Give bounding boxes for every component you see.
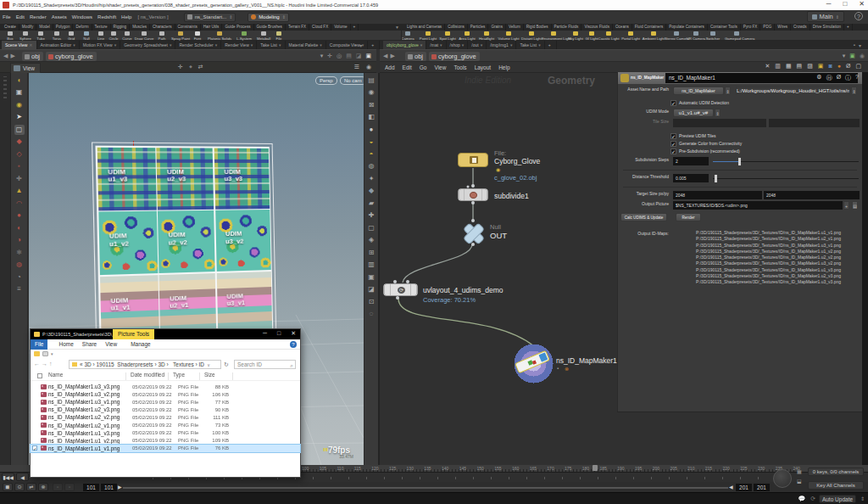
viewport-tool-icon[interactable]: ◉ [14, 100, 25, 110]
persp-selector[interactable]: Persp [315, 76, 337, 85]
pane-tab[interactable]: Geometry Spreadsheet▾ [120, 41, 175, 49]
shelf-tab[interactable]: PDG [760, 24, 775, 31]
pane-tab[interactable]: Render Scheduler▾ [175, 41, 221, 49]
shelf-tab[interactable]: Hair Utils [201, 24, 223, 31]
shelf-tab[interactable]: Polygon [53, 24, 74, 31]
file-chooser-icon[interactable]: ▤ [852, 201, 858, 210]
viewport-view-tab[interactable]: View [10, 63, 41, 73]
file-row[interactable]: ✓ ns_ID_MapMaker1.u3_v3.png 05/02/2019 0… [31, 383, 300, 390]
display-option-icon[interactable]: ◒ [366, 137, 376, 147]
pathbar-left-icons[interactable]: ▾✛◎▤◪▣ [320, 53, 371, 59]
display-option-icon[interactable]: ◌ [366, 309, 376, 319]
viewport-tool-icon[interactable]: ◔ [14, 272, 25, 283]
asset-name-dropdown[interactable]: ns_ID_MapMaker [673, 87, 724, 95]
shelf-tab[interactable]: + [351, 24, 359, 31]
display-option-icon[interactable]: ✚ [366, 210, 376, 221]
viewport-tool-icon[interactable]: ▪ [14, 161, 25, 171]
auto-udim-checkbox[interactable]: ✓ [670, 100, 676, 106]
shelf-tool[interactable]: Ambient Light [642, 31, 665, 41]
playbar-option-icon2[interactable]: ⊙ [14, 483, 25, 491]
shelf-tab[interactable]: Modify [19, 24, 37, 31]
path-root-crumb[interactable]: obj [22, 52, 43, 61]
pane-tab[interactable]: /mat▾ [426, 41, 446, 49]
network-menu-item[interactable]: Tools [453, 64, 466, 70]
file-node-label[interactable]: Cyborg_Glove [494, 157, 540, 165]
explorer-nav-arrows[interactable]: ←→↑ [34, 361, 54, 367]
display-option-icon[interactable]: ● [366, 125, 376, 135]
pane-tab[interactable]: + [545, 41, 557, 49]
picture-tools-tab[interactable]: Picture Tools [113, 329, 154, 339]
shelf-tab[interactable]: Oceans [613, 24, 632, 31]
viewport-tool-icon[interactable]: ➤ [14, 112, 25, 122]
network-menu-item[interactable]: Add [385, 64, 395, 70]
menu-redshift[interactable]: Redshift [95, 14, 119, 20]
file-row[interactable]: ✓ ns_ID_MapMaker1.u2_v2.png 05/02/2019 0… [31, 413, 300, 421]
pane-tab[interactable]: /out▾ [468, 41, 487, 49]
shelf-tab[interactable]: Collisions [445, 24, 468, 31]
null-node[interactable] [463, 222, 483, 243]
display-option-icon[interactable]: ▤ [366, 76, 376, 86]
file-row[interactable]: ✓ ns_ID_MapMaker1.u1_v1.png 05/02/2019 0… [31, 445, 300, 452]
nav-back-icon[interactable]: ◀▶ [3, 53, 18, 59]
pathbar-right-icons[interactable]: ▾▣◉ [843, 53, 865, 59]
target-size-x-field[interactable]: 2048 [673, 191, 762, 199]
shelf-tool[interactable]: Font [186, 31, 209, 41]
pane-tab[interactable]: obj/cyborg_glove▾ [383, 41, 426, 49]
viewport-tool-icon[interactable]: ✱ [14, 248, 25, 258]
shelf-tab[interactable]: Vellum [506, 24, 524, 31]
shelf-tool[interactable]: Headlight [475, 31, 498, 41]
shelf-tab[interactable]: Muscles [130, 24, 150, 31]
network-menu-item[interactable]: Help [498, 64, 509, 70]
frame-start2-field[interactable]: 101 [101, 484, 117, 491]
close-button[interactable]: ✕ [859, 0, 865, 8]
render-button[interactable]: Render [676, 213, 701, 221]
shelf-tab[interactable]: Volume [331, 24, 350, 31]
subdivide-node-label[interactable]: subdivide1 [494, 192, 529, 200]
range-end-handle[interactable]: ◀ [729, 484, 733, 490]
shelf-tool[interactable]: Caustic Light [597, 31, 620, 41]
shelf-tab[interactable]: Guide Brushes [254, 24, 286, 31]
ribbon-tab-manage[interactable]: Manage [126, 339, 155, 350]
pane-tab[interactable]: /shop▾ [447, 41, 469, 49]
explorer-titlebar[interactable]: P:\3D\190115_Shaderpresets\3D\_Te... Pic… [31, 329, 300, 339]
frame-start-field[interactable]: 101 [83, 484, 99, 491]
shelf-overflow-icon[interactable]: ▼ [395, 25, 399, 30]
nav-back-icon-right[interactable]: ◀▶ [383, 53, 398, 59]
pane-tab[interactable]: Material Palette▾ [286, 41, 326, 49]
presubdiv-checkbox[interactable]: ✓ [670, 148, 676, 154]
shelf-tab[interactable]: Viscous Fluids [581, 24, 613, 31]
menu-windows[interactable]: Windows [70, 14, 95, 20]
display-option-icon[interactable]: ◍ [366, 161, 376, 171]
shelf-tab[interactable]: Deform [73, 24, 92, 31]
qat-icon2[interactable] [42, 351, 48, 356]
path-node-crumb-right[interactable]: cyborg_glove [429, 52, 480, 61]
subdiv-steps-field[interactable]: 2 [673, 157, 709, 165]
gen-color-checkbox[interactable]: ✓ [670, 141, 676, 147]
pane-tab[interactable]: Motion FX View▾ [80, 41, 120, 49]
file-row[interactable]: ✓ ns_ID_MapMaker1.u3_v1.png 05/02/2019 0… [31, 398, 300, 406]
menu-render[interactable]: Render [27, 14, 49, 20]
shelf-tab[interactable]: Characters [150, 24, 175, 31]
pane-grip[interactable] [3, 76, 7, 98]
shelf-tab[interactable]: Rigid Bodies [524, 24, 552, 31]
preview-udim-checkbox[interactable]: ✓ [670, 133, 676, 139]
column-type[interactable]: Type [173, 372, 185, 378]
parameter-header-icons[interactable]: ⚙ⒽØⓘ? [816, 74, 859, 82]
viewport-tool-icon[interactable]: ▲ [14, 186, 25, 196]
display-option-icon[interactable]: ◉ [366, 87, 376, 98]
range-start-handle[interactable]: ▶ [118, 484, 122, 490]
shelf-tab[interactable]: Populate Containers [666, 24, 708, 31]
shelf-tab[interactable]: Lights and Cameras [404, 24, 445, 31]
shelf-tab[interactable]: Container Tools [708, 24, 741, 31]
tile-size-y-field[interactable] [769, 119, 860, 127]
file-row[interactable]: ✓ ns_ID_MapMaker1.u2_v1.png 05/02/2019 0… [31, 421, 300, 428]
desktop-tab-modeling[interactable]: Modeling⇕ [248, 13, 289, 22]
path-node-crumb[interactable]: cyborg_glove [46, 52, 97, 61]
playbar-side-icons[interactable]: ▦⬓ [797, 468, 802, 484]
display-option-icon[interactable]: ▥ [366, 260, 376, 270]
column-size[interactable]: Size [204, 372, 215, 378]
pane-tab[interactable]: Take List▾ [516, 41, 544, 49]
frame-range-track[interactable] [123, 487, 728, 489]
network-menu-item[interactable]: Layout [475, 64, 492, 70]
keys-channels-dropdown[interactable]: 0 keys, 0/0 channels [808, 468, 864, 476]
